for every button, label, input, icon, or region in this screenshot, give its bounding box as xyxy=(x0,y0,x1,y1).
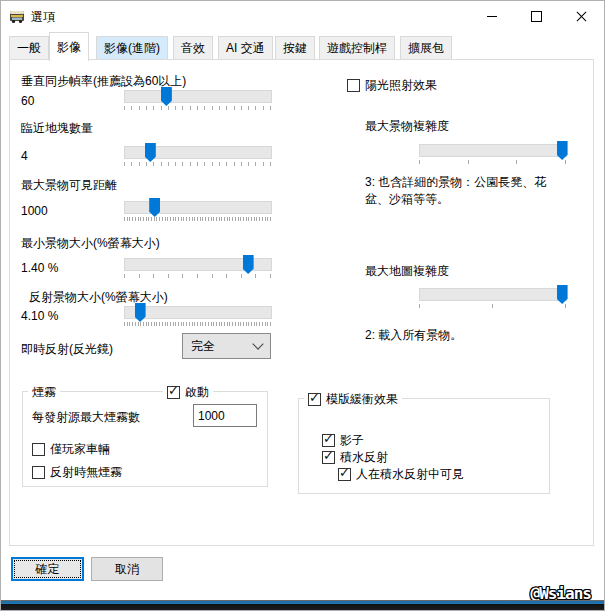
shadows-row: ✓ 影子 xyxy=(322,432,364,449)
tiles-value: 4 xyxy=(21,149,28,163)
minimize-icon xyxy=(487,16,497,17)
view-distance-slider[interactable] xyxy=(124,201,272,214)
ok-button-label: 確定 xyxy=(36,561,60,578)
people-in-reflection-row: ✓ 人在積水反射中可見 xyxy=(338,466,464,483)
close-icon xyxy=(576,11,587,22)
stencil-checkbox[interactable]: ✓ xyxy=(308,393,321,406)
minimize-button[interactable] xyxy=(469,1,514,31)
slider-thumb[interactable] xyxy=(135,303,146,322)
tab-ai-traffic[interactable]: AI 交通 xyxy=(218,36,273,59)
cancel-button[interactable]: 取消 xyxy=(91,557,163,581)
reflection-size-value: 4.10 % xyxy=(21,309,58,323)
tab-joystick[interactable]: 遊戲控制桿 xyxy=(319,36,395,59)
ok-button[interactable]: 確定 xyxy=(11,557,84,581)
reflection-size-slider[interactable] xyxy=(124,306,272,319)
stencil-groupbox: ✓ 模版緩衝效果 ✓ 影子 ✓ 積水反射 ✓ 人在積水反射中可見 xyxy=(298,398,550,494)
min-object-size-slider[interactable] xyxy=(124,258,272,271)
shadows-label: 影子 xyxy=(340,432,364,449)
stencil-label: 模版緩衝效果 xyxy=(326,391,398,408)
smoke-groupbox: 煙霧 ✓ 啟動 每發射源最大煙霧數 ✓ 僅玩家車輛 ✓ 反射時無煙霧 xyxy=(22,391,268,487)
chevron-down-icon xyxy=(252,338,263,349)
realtime-reflection-select[interactable]: 完全 xyxy=(182,333,271,359)
min-object-size-value: 1.40 % xyxy=(21,261,58,275)
no-smoke-reflect-row: ✓ 反射時無煙霧 xyxy=(32,464,122,481)
player-only-label: 僅玩家車輛 xyxy=(50,441,110,458)
sunlight-label: 陽光照射效果 xyxy=(365,77,437,94)
slider-ticks xyxy=(124,162,270,167)
maximize-icon xyxy=(531,11,542,22)
puddle-reflection-row: ✓ 積水反射 xyxy=(322,449,388,466)
slider-thumb[interactable] xyxy=(243,255,254,274)
player-only-row: ✓ 僅玩家車輛 xyxy=(32,441,110,458)
no-smoke-reflect-label: 反射時無煙霧 xyxy=(50,464,122,481)
stencil-caption-row: ✓ 模版緩衝效果 xyxy=(304,391,402,408)
slider-ticks xyxy=(419,304,565,309)
scenery-complexity-label: 最大景物複雜度 xyxy=(365,118,449,135)
slider-ticks xyxy=(124,322,270,327)
map-complexity-desc: 2: 載入所有景物。 xyxy=(365,327,569,344)
close-button[interactable] xyxy=(559,1,604,31)
smoke-max-label: 每發射源最大煙霧數 xyxy=(32,409,140,426)
tiles-slider[interactable] xyxy=(124,146,272,159)
slider-thumb[interactable] xyxy=(557,141,568,160)
titlebar[interactable]: 選項 xyxy=(1,1,604,31)
tab-page-video: 垂直同步幀率(推薦設為60以上) 60 臨近地塊數量 4 最大景物可見距離 10… xyxy=(9,59,594,546)
tab-addons[interactable]: 擴展包 xyxy=(400,36,452,59)
shadows-checkbox[interactable]: ✓ xyxy=(322,434,335,447)
map-complexity-label: 最大地圖複雜度 xyxy=(365,263,449,280)
slider-ticks xyxy=(124,274,270,279)
bus-icon xyxy=(9,8,25,24)
tab-video-advanced[interactable]: 影像(進階) xyxy=(96,36,168,59)
window-title: 選項 xyxy=(31,9,55,26)
maximize-button[interactable] xyxy=(514,1,559,31)
smoke-caption: 煙霧 xyxy=(28,384,60,401)
tiles-label: 臨近地塊數量 xyxy=(21,120,93,137)
tab-keys[interactable]: 按鍵 xyxy=(275,36,315,59)
realtime-reflection-label: 即時反射(反光鏡) xyxy=(21,341,113,358)
puddle-reflection-checkbox[interactable]: ✓ xyxy=(322,451,335,464)
vsync-slider[interactable] xyxy=(124,90,272,103)
background-game-strip xyxy=(1,600,604,610)
slider-ticks xyxy=(124,217,270,222)
people-in-reflection-label: 人在積水反射中可見 xyxy=(356,466,464,483)
tab-sound[interactable]: 音效 xyxy=(173,36,213,59)
tab-video[interactable]: 影像 xyxy=(49,32,89,61)
smoke-max-input[interactable] xyxy=(193,404,257,427)
sunlight-row: ✓ 陽光照射效果 xyxy=(347,77,437,94)
slider-ticks xyxy=(124,106,270,111)
sunlight-checkbox[interactable]: ✓ xyxy=(347,79,360,92)
min-object-size-label: 最小景物大小(%螢幕大小) xyxy=(21,235,160,252)
tab-general[interactable]: 一般 xyxy=(9,36,49,59)
smoke-enable-label: 啟動 xyxy=(185,384,209,401)
puddle-reflection-label: 積水反射 xyxy=(340,449,388,466)
vsync-value: 60 xyxy=(21,94,34,108)
reflection-size-label: 反射景物大小(%螢幕大小) xyxy=(29,289,168,306)
scenery-complexity-desc: 3: 也含詳細的景物：公園長凳、花盆、沙箱等等。 xyxy=(365,174,569,208)
slider-thumb[interactable] xyxy=(161,87,172,106)
scenery-complexity-slider[interactable] xyxy=(419,144,567,157)
slider-ticks xyxy=(419,160,565,165)
smoke-enable-row: ✓ 啟動 xyxy=(163,384,213,401)
slider-thumb[interactable] xyxy=(149,198,160,217)
map-complexity-slider[interactable] xyxy=(419,288,567,301)
no-smoke-reflect-checkbox[interactable]: ✓ xyxy=(32,466,45,479)
slider-thumb[interactable] xyxy=(557,285,568,304)
selected-option: 完全 xyxy=(191,338,215,355)
view-distance-label: 最大景物可見距離 xyxy=(21,177,117,194)
cancel-button-label: 取消 xyxy=(115,561,139,578)
view-distance-value: 1000 xyxy=(21,204,48,218)
smoke-enable-checkbox[interactable]: ✓ xyxy=(167,386,180,399)
player-only-checkbox[interactable]: ✓ xyxy=(32,443,45,456)
people-in-reflection-checkbox[interactable]: ✓ xyxy=(338,468,351,481)
options-dialog: 選項 一般 影像 影像(進階) 音效 AI 交通 按鍵 遊戲控制桿 擴展包 垂直… xyxy=(0,0,605,611)
slider-thumb[interactable] xyxy=(145,143,156,162)
tab-strip: 一般 影像 影像(進階) 音效 AI 交通 按鍵 遊戲控制桿 擴展包 xyxy=(1,32,604,60)
